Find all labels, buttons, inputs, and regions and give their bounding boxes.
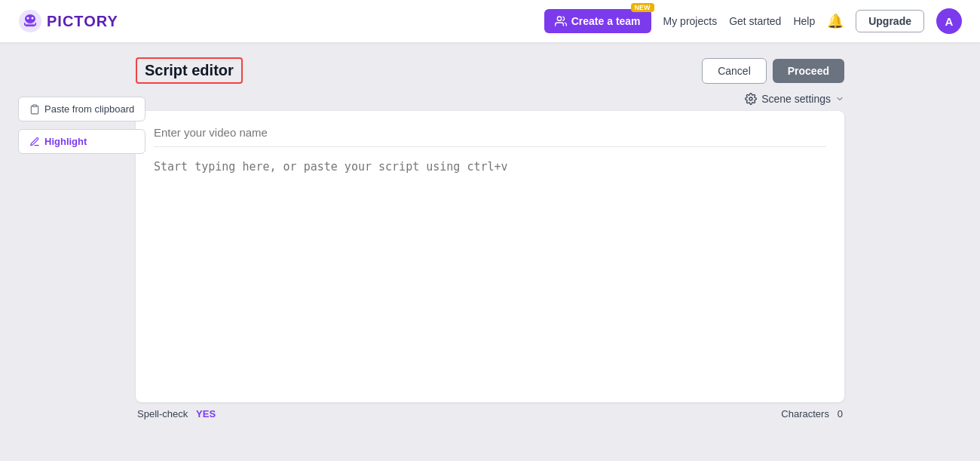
logo-icon: [18, 9, 42, 33]
settings-icon: [745, 93, 757, 105]
spell-check-label: Spell-check: [137, 408, 188, 420]
main-content: Paste from clipboard Highlight Script ed…: [0, 42, 980, 420]
create-team-label: Create a team: [571, 15, 641, 27]
avatar[interactable]: A: [936, 8, 962, 34]
spell-check-toggle[interactable]: YES: [196, 408, 216, 420]
bell-icon[interactable]: 🔔: [827, 13, 844, 29]
svg-point-2: [27, 17, 29, 20]
svg-point-1: [25, 14, 35, 23]
title-actions: Cancel Proceed: [702, 58, 844, 84]
svg-point-3: [32, 17, 34, 20]
characters-value: 0: [838, 408, 843, 420]
header-left: PICTORY: [18, 9, 118, 33]
svg-rect-5: [33, 105, 37, 106]
page-title: Script editor: [136, 57, 243, 84]
highlight-button[interactable]: Highlight: [18, 129, 145, 154]
cancel-button[interactable]: Cancel: [702, 58, 767, 84]
highlight-icon: [29, 137, 40, 147]
logo: PICTORY: [18, 9, 118, 33]
highlight-label: Highlight: [44, 136, 87, 147]
editor-footer: Spell-check YES Characters 0: [136, 408, 844, 420]
script-textarea[interactable]: [154, 158, 826, 384]
team-icon: [555, 15, 567, 27]
scene-settings-bar: Scene settings: [136, 93, 844, 105]
my-projects-link[interactable]: My projects: [663, 15, 718, 27]
get-started-link[interactable]: Get started: [729, 15, 781, 27]
header: PICTORY Create a team NEW My projects Ge…: [0, 0, 980, 42]
svg-point-4: [557, 17, 561, 20]
paste-label: Paste from clipboard: [44, 103, 134, 115]
left-tools: Paste from clipboard Highlight: [18, 97, 145, 154]
header-right: Create a team NEW My projects Get starte…: [544, 8, 962, 34]
spell-check-section: Spell-check YES: [137, 408, 216, 420]
characters-count: Characters 0: [781, 408, 843, 420]
logo-text: PICTORY: [47, 13, 118, 30]
title-bar: Script editor Cancel Proceed: [136, 57, 844, 84]
scene-settings-button[interactable]: Scene settings: [745, 93, 844, 105]
editor-container: [136, 111, 844, 402]
proceed-button[interactable]: Proceed: [773, 59, 844, 83]
upgrade-button[interactable]: Upgrade: [856, 10, 924, 32]
svg-point-6: [749, 97, 752, 100]
clipboard-icon: [29, 104, 40, 115]
video-name-input[interactable]: [154, 126, 826, 147]
characters-label: Characters: [781, 408, 829, 420]
paste-from-clipboard-button[interactable]: Paste from clipboard: [18, 97, 145, 121]
new-badge: NEW: [631, 3, 654, 12]
help-link[interactable]: Help: [793, 15, 815, 27]
chevron-down-icon: [835, 94, 844, 103]
create-team-button[interactable]: Create a team NEW: [544, 9, 651, 33]
scene-settings-label: Scene settings: [761, 93, 831, 105]
